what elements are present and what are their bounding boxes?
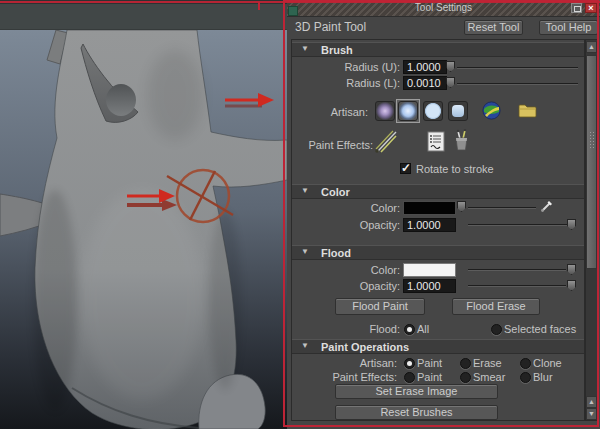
scroll-down-button[interactable]: ▼: [586, 408, 597, 420]
flood-selected-faces-label: Selected faces: [504, 323, 576, 335]
collapse-icon: ▼: [301, 247, 309, 256]
collapse-icon: ▼: [301, 186, 309, 195]
flood-opacity-label: Opacity:: [295, 280, 400, 293]
model-belly-highlight: [80, 190, 204, 400]
brush-holder-icon[interactable]: [453, 129, 470, 152]
radius-l-slider[interactable]: [457, 83, 578, 85]
soft-mid-falloff-brush-icon[interactable]: [398, 101, 418, 121]
artisan-clone-label: Clone: [533, 357, 562, 369]
paintfx-brush-icon[interactable]: [373, 130, 398, 155]
radius-u-slider[interactable]: [457, 67, 578, 69]
flood-erase-button[interactable]: Flood Erase: [452, 298, 540, 315]
flood-color-label: Color:: [295, 264, 400, 277]
color-opacity-field[interactable]: 1.0000: [403, 218, 456, 232]
paintfx-paint-label: Paint: [417, 371, 442, 383]
tool-settings-panel: Tool Settings × 3D Paint Tool Reset Tool…: [287, 0, 600, 429]
check-icon: ✓: [401, 161, 411, 175]
flood-all-label: All: [417, 323, 429, 335]
radius-l-field[interactable]: 0.0010: [403, 76, 447, 90]
brush-section-title: Brush: [321, 43, 353, 57]
tool-help-button[interactable]: Tool Help: [539, 20, 598, 35]
sphere-image-icon[interactable]: [482, 101, 501, 120]
collapse-icon: ▼: [301, 341, 309, 350]
eyedropper-icon[interactable]: [540, 199, 554, 213]
paintfx-blur-radio[interactable]: [520, 372, 531, 383]
brush-section-header[interactable]: ▼ Brush: [292, 42, 584, 57]
color-opacity-label: Opacity:: [295, 219, 400, 232]
scroll-up-button[interactable]: ▲: [586, 41, 597, 53]
flood-paint-button[interactable]: Flood Paint: [335, 298, 425, 315]
color-swatch[interactable]: [403, 201, 456, 215]
model-shadow-right: [209, 210, 241, 390]
scroll-up-button-bottom[interactable]: ▲: [586, 396, 597, 408]
viewport-top-bar: [0, 0, 287, 30]
flood-opacity-field[interactable]: 1.0000: [403, 279, 456, 293]
reset-brushes-button[interactable]: Reset Brushes: [335, 405, 498, 420]
viewport-3d[interactable]: [0, 0, 287, 429]
ops-paint-effects-label: Paint Effects:: [295, 371, 397, 384]
flood-section-header[interactable]: ▼ Flood: [292, 245, 584, 260]
solid-circle-brush-icon[interactable]: [423, 101, 443, 121]
scrollbar-grip-icon: [589, 131, 594, 149]
artisan-paint-radio[interactable]: [404, 358, 415, 369]
radius-l-label: Radius (L):: [295, 77, 400, 90]
radius-u-field[interactable]: 1.0000: [403, 60, 447, 74]
color-section-header[interactable]: ▼ Color: [292, 184, 584, 199]
tool-name-label: 3D Paint Tool: [295, 20, 366, 34]
panel-titlebar[interactable]: Tool Settings ×: [287, 0, 600, 17]
artisan-label: Artisan:: [295, 106, 368, 119]
model-shadow-left: [33, 190, 77, 410]
artisan-clone-radio[interactable]: [520, 358, 531, 369]
color-slider[interactable]: [468, 207, 536, 209]
color-section-title: Color: [321, 185, 350, 199]
flood-all-radio[interactable]: [404, 324, 415, 335]
rotate-to-stroke-label: Rotate to stroke: [416, 163, 494, 175]
folder-icon[interactable]: [518, 103, 537, 118]
ops-artisan-label: Artisan:: [295, 357, 397, 370]
flood-radio-label: Flood:: [295, 323, 400, 336]
model-ear-pocket: [106, 84, 136, 116]
rotate-to-stroke-checkbox[interactable]: ✓: [400, 163, 411, 174]
dock-grip-icon[interactable]: [288, 6, 298, 16]
flood-color-swatch[interactable]: [403, 263, 456, 277]
artisan-erase-label: Erase: [473, 357, 502, 369]
color-opacity-slider[interactable]: [468, 224, 568, 226]
flood-opacity-slider[interactable]: [468, 285, 566, 287]
paintfx-smear-label: Smear: [473, 371, 505, 383]
close-window-button[interactable]: ×: [585, 3, 597, 13]
panel-title: Tool Settings: [287, 1, 600, 15]
restore-window-button[interactable]: [571, 3, 582, 13]
artisan-paint-label: Paint: [417, 357, 442, 369]
paintfx-blur-label: Blur: [533, 371, 553, 383]
color-label: Color:: [295, 202, 400, 215]
paintfx-paint-radio[interactable]: [404, 372, 415, 383]
collapse-icon: ▼: [301, 44, 309, 53]
model-neck-shadow: [147, 50, 203, 140]
flood-selected-faces-radio[interactable]: [491, 324, 502, 335]
scrollbar-thumb[interactable]: [586, 55, 597, 269]
reset-tool-button[interactable]: Reset Tool: [464, 20, 523, 35]
paintfx-smear-radio[interactable]: [460, 372, 471, 383]
viewport-scene: [0, 0, 287, 429]
soft-low-falloff-brush-icon[interactable]: [375, 101, 395, 121]
viewport-top-edge: [0, 0, 287, 4]
restore-icon: [574, 6, 581, 12]
artisan-erase-radio[interactable]: [460, 358, 471, 369]
paint-operations-section-header[interactable]: ▼ Paint Operations: [292, 339, 584, 354]
flood-color-slider[interactable]: [468, 269, 566, 271]
square-brush-icon[interactable]: [448, 101, 468, 121]
paint-effects-label: Paint Effects:: [295, 139, 373, 152]
radius-u-label: Radius (U):: [295, 61, 400, 74]
flood-section-title: Flood: [321, 246, 351, 260]
screenshot-root: Tool Settings × 3D Paint Tool Reset Tool…: [0, 0, 600, 429]
set-erase-image-button[interactable]: Set Erase Image: [335, 384, 498, 399]
script-page-icon[interactable]: [427, 131, 445, 152]
paint-operations-section-title: Paint Operations: [321, 340, 409, 354]
viewport-bar-divider: [0, 29, 287, 30]
